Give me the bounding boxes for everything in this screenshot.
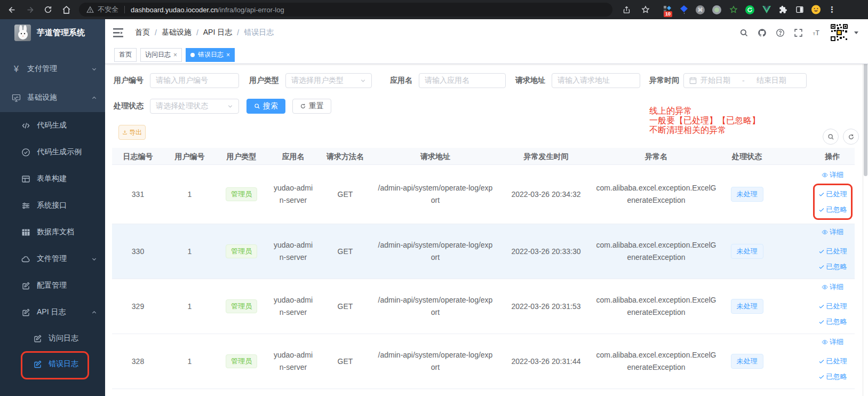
page-url[interactable]: dashboard.yudao.iocoder.cn/infra/log/api…: [131, 6, 284, 14]
date-range-input[interactable]: 开始日期 - 结束日期: [683, 73, 807, 88]
ignore-link[interactable]: 已忽略: [818, 315, 847, 328]
extension-kite-icon[interactable]: [679, 5, 688, 14]
cell-time: 2022-03-26 20:34:32: [499, 188, 593, 201]
process-link[interactable]: 已处理: [818, 355, 847, 367]
table-row: 331 1 管理员 yudao-admin-server GET /admin-…: [112, 165, 855, 224]
tab-错误日志[interactable]: 错误日志×: [186, 48, 235, 62]
share-icon[interactable]: [621, 4, 632, 15]
help-icon[interactable]: [776, 28, 785, 37]
ignore-link[interactable]: 已忽略: [818, 260, 847, 273]
process-link[interactable]: 已处理: [818, 245, 847, 257]
table-filled-icon: [21, 228, 30, 237]
shield-check-icon: [21, 148, 30, 157]
app-logo[interactable]: 芋道管理系统: [0, 19, 105, 46]
browser-forward-icon[interactable]: [25, 4, 35, 15]
tab-访问日志[interactable]: 访问日志×: [140, 48, 182, 62]
cell-status: 未处理: [720, 187, 774, 202]
tab-close-icon[interactable]: ×: [173, 51, 177, 59]
sidebar-item-访问日志[interactable]: 访问日志: [0, 326, 105, 351]
side-panel-icon[interactable]: [795, 5, 804, 14]
form-grid-icon: [21, 175, 30, 184]
browser-home-icon[interactable]: [61, 4, 71, 15]
table-search-toggle-icon[interactable]: [823, 129, 839, 145]
column-header: 异常名: [593, 148, 720, 165]
extension-star-icon[interactable]: [729, 5, 738, 14]
tab-close-icon[interactable]: ×: [226, 51, 230, 59]
fullscreen-icon[interactable]: [794, 28, 803, 37]
header-search-icon[interactable]: [739, 28, 748, 37]
sidebar-item-错误日志[interactable]: 错误日志: [0, 351, 105, 377]
browser-menu-icon[interactable]: ⋮: [821, 5, 841, 14]
font-size-icon[interactable]: TT: [812, 28, 821, 37]
browser-address-bar[interactable]: 不安全 dashboard.yudao.iocoder.cn/infra/log…: [79, 3, 612, 17]
cell-actions: 详细 已处理 已忽略: [774, 336, 855, 387]
tab-首页[interactable]: 首页: [114, 48, 137, 62]
app-title: 芋道管理系统: [37, 28, 85, 38]
extension-vue-icon[interactable]: [762, 5, 771, 14]
detail-link[interactable]: 详细: [822, 226, 843, 238]
table-tools: [823, 129, 859, 145]
profile-avatar-icon[interactable]: [811, 5, 821, 14]
status-tag: 未处理: [731, 354, 763, 369]
user-type-select[interactable]: 请选择用户类型: [285, 73, 372, 88]
sidebar-item-数据库文档[interactable]: 数据库文档: [0, 219, 105, 245]
table-refresh-icon[interactable]: [843, 129, 859, 145]
breadcrumb-item[interactable]: 基础设施: [162, 28, 192, 37]
extension-badge: 10: [664, 11, 672, 17]
github-icon[interactable]: [758, 28, 767, 37]
bookmark-star-icon[interactable]: [640, 4, 651, 15]
sidebar-item-配置管理[interactable]: 配置管理: [0, 272, 105, 299]
process-link[interactable]: 已处理: [818, 300, 847, 312]
breadcrumb-item[interactable]: 首页: [135, 28, 150, 37]
extension-command-icon[interactable]: ⌘: [696, 5, 705, 14]
detail-link[interactable]: 详细: [822, 169, 843, 181]
user-id-input[interactable]: 请输入用户编号: [150, 73, 239, 88]
process-status-select[interactable]: 请选择处理状态: [150, 99, 239, 114]
sidebar-item-代码生成[interactable]: 代码生成: [0, 112, 105, 139]
column-header: 请求地址: [371, 148, 499, 165]
browser-reload-icon[interactable]: [43, 4, 53, 15]
sidebar-toggle-icon[interactable]: [113, 28, 123, 37]
logo-rabbit-icon: [14, 25, 31, 41]
sidebar-item-系统接口[interactable]: 系统接口: [0, 192, 105, 219]
extension-refresh-icon[interactable]: [745, 5, 754, 14]
extensions-puzzle-icon[interactable]: [778, 5, 787, 14]
request-url-input[interactable]: 请输入请求地址: [552, 73, 640, 88]
search-button[interactable]: 搜索: [246, 99, 285, 114]
user-type-tag: 管理员: [226, 299, 257, 313]
process-link[interactable]: 已处理: [818, 188, 847, 200]
avatar-caret-icon[interactable]: [854, 30, 859, 35]
sidebar-item-代码生成示例[interactable]: 代码生成示例: [0, 139, 105, 165]
request-url-label: 请求地址: [514, 76, 552, 85]
sidebar-item-表单构建[interactable]: 表单构建: [0, 165, 105, 192]
browser-back-icon[interactable]: [6, 4, 17, 15]
sidebar-menu: ¥ 支付管理 基础设施 代码生成 代码生成示例 表单构建 系统接口 数据库文档 …: [0, 46, 105, 396]
insecure-warning-icon: [86, 6, 94, 13]
extension-stats-icon[interactable]: 10: [663, 5, 672, 14]
sidebar-item-文件管理[interactable]: 文件管理: [0, 245, 105, 272]
extension-recorder-icon[interactable]: [712, 5, 721, 14]
sidebar-item-基础设施[interactable]: 基础设施: [0, 83, 105, 112]
code-icon: [21, 121, 30, 130]
reset-button[interactable]: 重置: [292, 99, 331, 114]
exception-time-label: 异常时间: [649, 76, 683, 85]
chevron-down-icon: [227, 104, 233, 109]
chevron-up-icon: [91, 95, 97, 101]
chevron-down-icon: [360, 78, 366, 84]
ignore-link[interactable]: 已忽略: [818, 203, 847, 216]
detail-link[interactable]: 详细: [822, 281, 843, 293]
export-button[interactable]: 导出: [118, 125, 146, 140]
active-dot: [190, 53, 195, 57]
sidebar-item-支付管理[interactable]: ¥ 支付管理: [0, 54, 105, 83]
detail-link[interactable]: 详细: [822, 336, 843, 348]
sidebar-item-API 日志[interactable]: API 日志: [0, 299, 105, 326]
yen-icon: ¥: [12, 65, 21, 74]
security-label[interactable]: 不安全: [98, 5, 118, 14]
user-avatar[interactable]: [830, 23, 848, 42]
status-tag: 未处理: [731, 187, 763, 202]
cell-actions: 详细 已处理 已忽略: [774, 281, 855, 332]
breadcrumb-item[interactable]: API 日志: [203, 28, 232, 37]
table-row: 328 1 管理员 yudao-admin-server GET /admin-…: [112, 334, 855, 389]
ignore-link[interactable]: 已忽略: [818, 370, 847, 383]
app-name-input[interactable]: 请输入应用名: [419, 73, 506, 88]
